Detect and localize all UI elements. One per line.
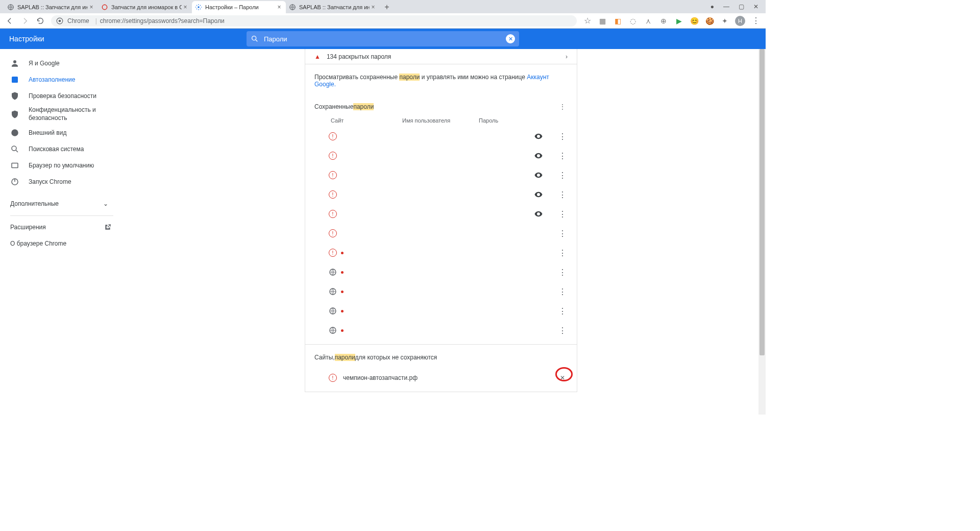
never-saved-section: Сайты, пароли для которых не сохраняются… <box>305 345 577 392</box>
never-saved-row: ! чемпион-автозапчасти.рф ✕ <box>314 368 568 388</box>
account-indicator-icon[interactable]: ● <box>710 3 714 10</box>
row-menu-button[interactable]: ⋮ <box>557 287 568 297</box>
browser-tab[interactable]: Запчасти для иномарок в Сара… × <box>98 1 192 13</box>
col-user: Имя пользователя <box>402 117 479 124</box>
scrollbar-thumb[interactable] <box>760 49 765 355</box>
close-icon[interactable]: × <box>182 4 189 11</box>
back-button[interactable] <box>5 16 14 26</box>
show-password-button[interactable] <box>534 171 544 180</box>
sidebar-item-search-engine[interactable]: Поисковая система <box>0 141 124 157</box>
row-menu-button[interactable]: ⋮ <box>557 132 568 141</box>
sidebar-item-label: Я и Google <box>29 60 60 67</box>
site-icon: ! <box>329 374 337 382</box>
ext-icon[interactable]: 😊 <box>690 17 698 25</box>
row-menu-button[interactable]: ⋮ <box>557 151 568 161</box>
password-row[interactable]: ⋮ <box>314 282 568 301</box>
clear-search-icon[interactable]: ✕ <box>506 34 515 43</box>
divider <box>10 215 113 216</box>
ext-icon[interactable]: 🍪 <box>705 17 714 25</box>
sidebar-item-safety-check[interactable]: Проверка безопасности <box>0 88 124 104</box>
settings-title: Настройки <box>0 35 44 43</box>
site-icon: ! <box>329 152 337 160</box>
browser-tab[interactable]: SAPLAB :: Запчасти для иномар… × <box>4 1 98 13</box>
show-password-button[interactable] <box>534 209 544 219</box>
row-menu-button[interactable]: ⋮ <box>557 268 568 277</box>
sidebar-item-label: О браузере Chrome <box>10 240 66 247</box>
warning-icon: ▲ <box>314 53 321 60</box>
password-row[interactable]: !⋮ <box>314 127 568 146</box>
reload-button[interactable] <box>36 16 45 26</box>
ext-icon[interactable]: ▶ <box>675 17 683 25</box>
remove-never-button[interactable]: ✕ <box>557 374 568 381</box>
minimize-icon[interactable]: — <box>723 3 729 10</box>
section-menu-button[interactable]: ⋮ <box>557 103 568 110</box>
address-bar[interactable]: Chrome | chrome://settings/passwords?sea… <box>51 15 577 27</box>
search-input[interactable] <box>264 35 506 43</box>
show-password-button[interactable] <box>534 190 544 199</box>
sidebar-item-autofill[interactable]: Автозаполнение <box>0 71 124 88</box>
site-icon: ! <box>329 229 337 237</box>
svg-point-9 <box>11 129 18 136</box>
compromised-passwords-alert[interactable]: ▲ 134 раскрытых пароля › <box>305 49 577 64</box>
star-icon[interactable]: ☆ <box>583 16 592 26</box>
row-menu-button[interactable]: ⋮ <box>557 209 568 219</box>
ext-icon[interactable]: ▦ <box>598 17 606 25</box>
settings-content: ▲ 134 раскрытых пароля › Просматривать с… <box>124 49 766 415</box>
row-menu-button[interactable]: ⋮ <box>557 326 568 335</box>
show-password-button[interactable] <box>534 151 544 160</box>
profile-avatar[interactable]: Н <box>735 16 745 26</box>
row-menu-button[interactable]: ⋮ <box>557 171 568 180</box>
sidebar-advanced-toggle[interactable]: Дополнительные ⌄ <box>0 195 124 212</box>
sidebar-item-about[interactable]: О браузере Chrome <box>0 235 124 252</box>
settings-search[interactable]: ✕ <box>247 31 519 46</box>
ext-icon[interactable]: ◧ <box>614 17 622 25</box>
row-menu-button[interactable]: ⋮ <box>557 190 568 200</box>
password-row[interactable]: !⋮ <box>314 165 568 185</box>
svg-rect-8 <box>12 77 18 83</box>
close-icon[interactable]: × <box>370 4 377 11</box>
password-row[interactable]: !⋮ <box>314 185 568 204</box>
password-row[interactable]: !⋮ <box>314 204 568 224</box>
new-tab-button[interactable]: + <box>380 1 394 13</box>
browser-tab[interactable]: Настройки – Пароли × <box>192 1 286 13</box>
maximize-icon[interactable]: ▢ <box>739 3 744 10</box>
search-icon <box>10 144 19 154</box>
search-icon <box>251 35 259 43</box>
sidebar-item-label: Запуск Chrome <box>29 178 71 185</box>
browser-tab[interactable]: SAPLAB :: Запчасти для иномар… × <box>286 1 380 13</box>
show-password-button[interactable] <box>534 132 544 141</box>
password-row[interactable]: !⋮ <box>314 243 568 262</box>
password-row[interactable]: ⋮ <box>314 262 568 282</box>
tab-title: Настройки – Пароли <box>205 4 276 10</box>
password-row[interactable]: ⋮ <box>314 321 568 340</box>
svg-point-7 <box>13 60 16 63</box>
browser-toolbar: Chrome | chrome://settings/passwords?sea… <box>0 13 766 29</box>
alert-dot-icon <box>341 329 344 332</box>
sidebar-item-you-and-google[interactable]: Я и Google <box>0 55 124 71</box>
scrollbar[interactable] <box>758 49 766 415</box>
sidebar-item-default-browser[interactable]: Браузер по умолчанию <box>0 157 124 174</box>
row-menu-button[interactable]: ⋮ <box>557 229 568 238</box>
svg-rect-11 <box>12 163 18 168</box>
forward-button[interactable] <box>20 16 30 26</box>
close-icon[interactable]: × <box>88 4 95 11</box>
close-window-icon[interactable]: ✕ <box>753 3 758 10</box>
sidebar-item-on-startup[interactable]: Запуск Chrome <box>0 174 124 190</box>
power-icon <box>10 177 19 186</box>
sidebar-item-extensions[interactable]: Расширения <box>0 219 124 235</box>
row-menu-button[interactable]: ⋮ <box>557 248 568 258</box>
row-menu-button[interactable]: ⋮ <box>557 306 568 316</box>
ext-icon[interactable]: ⋏ <box>644 17 652 25</box>
browser-tab-strip: SAPLAB :: Запчасти для иномар… × Запчаст… <box>0 0 766 13</box>
sidebar-item-privacy[interactable]: Конфиденциальность и безопасность <box>0 104 124 125</box>
menu-icon[interactable]: ⋮ <box>751 16 761 26</box>
extensions-icon[interactable]: ✦ <box>721 17 729 25</box>
password-row[interactable]: !⋮ <box>314 224 568 243</box>
ext-icon[interactable]: ◌ <box>629 17 637 25</box>
autofill-icon <box>10 75 19 84</box>
close-icon[interactable]: × <box>276 4 283 11</box>
password-row[interactable]: !⋮ <box>314 146 568 165</box>
sidebar-item-appearance[interactable]: Внешний вид <box>0 125 124 141</box>
ext-icon[interactable]: ⊕ <box>659 17 668 25</box>
password-row[interactable]: ⋮ <box>314 301 568 321</box>
